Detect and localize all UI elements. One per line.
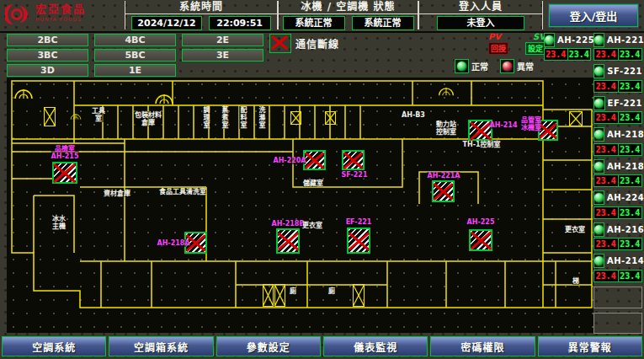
device-SF-221[interactable]: SF-221 bbox=[593, 65, 642, 78]
nav-button-儀表監視[interactable]: 儀表監視 bbox=[323, 336, 428, 356]
device-sv-value: 23.4 bbox=[619, 175, 642, 186]
device-name: AH-216 bbox=[607, 225, 644, 234]
room-label: 洗滌室 bbox=[258, 106, 264, 129]
abnormal-led-icon bbox=[500, 59, 514, 73]
ahu-status-icon[interactable] bbox=[347, 228, 370, 254]
room-label: AH-B3 bbox=[402, 111, 425, 119]
device-AH-216[interactable]: AH-216 bbox=[593, 222, 642, 236]
brand-subname: HUNYA FOODS bbox=[35, 14, 86, 24]
equipment-label: 品管室冰機室 bbox=[521, 116, 541, 131]
brand-name: 宏亞食品 bbox=[35, 4, 86, 14]
device-name: AH-221A bbox=[607, 35, 644, 45]
ahu-status-icon[interactable] bbox=[303, 150, 326, 170]
ahu-status-icon[interactable] bbox=[469, 229, 492, 251]
device-name: AH-224 bbox=[607, 193, 644, 202]
login-status-value: 未登入 bbox=[437, 16, 524, 30]
normal-label: 正常 bbox=[471, 60, 488, 72]
device-AH-225[interactable]: AH-225 bbox=[544, 33, 591, 46]
room-label: 配料室 bbox=[239, 106, 246, 129]
device-sv-value: 23.4 bbox=[619, 112, 642, 123]
ahu-status-icon[interactable] bbox=[432, 180, 455, 202]
room-label: 資材倉庫 bbox=[104, 190, 130, 197]
equipment-label: AH-218A bbox=[157, 239, 189, 247]
led-glyph bbox=[594, 67, 604, 76]
room-label: 食品工具清洗室 bbox=[159, 188, 206, 196]
led-glyph bbox=[594, 256, 604, 265]
device-status-led-icon bbox=[593, 96, 605, 110]
equipment-label: AH-225 bbox=[467, 218, 495, 226]
scada-app: 宏亞食品 HUNYA FOODS 系統時間 2024/12/12 22:09:5… bbox=[0, 0, 644, 359]
stair-x-icon bbox=[263, 284, 274, 307]
stair-x-icon bbox=[274, 284, 285, 307]
login-logout-button[interactable]: 登入/登出 bbox=[549, 4, 638, 27]
status-legend: 正常 異常 bbox=[455, 59, 534, 73]
zone-button-3E[interactable]: 3E bbox=[182, 49, 263, 62]
equipment-label: AH-220A bbox=[273, 157, 306, 164]
led-glyph bbox=[545, 35, 554, 45]
stairs-icon bbox=[437, 83, 455, 96]
led-glyph bbox=[594, 35, 604, 45]
device-AH-221A[interactable]: AH-221A bbox=[593, 33, 642, 46]
device-sv-value: 23.4 bbox=[619, 271, 642, 281]
sv-sub-label: 設定 bbox=[525, 42, 546, 55]
device-sv-value: 23.4 bbox=[619, 81, 642, 92]
room-label: 工具室 bbox=[92, 107, 105, 122]
equipment-label: AH-214 bbox=[490, 121, 518, 129]
zone-button-1E[interactable]: 1E bbox=[94, 64, 176, 77]
spare-slot bbox=[593, 313, 642, 334]
nav-button-參數設定[interactable]: 參數設定 bbox=[216, 336, 321, 356]
equipment-label: AH-218B bbox=[271, 220, 304, 228]
device-AH-224[interactable]: AH-224 bbox=[593, 191, 642, 205]
device-pv-value: 23.4 bbox=[594, 144, 619, 155]
device-values: 23.423.4 bbox=[593, 80, 642, 93]
device-AH-214[interactable]: AH-214 bbox=[593, 255, 642, 268]
device-pv-value: 23.4 bbox=[545, 49, 568, 60]
nav-button-異常警報[interactable]: 異常警報 bbox=[538, 336, 642, 356]
zone-button-2E[interactable]: 2E bbox=[182, 34, 263, 46]
zone-button-5BC[interactable]: 5BC bbox=[94, 49, 176, 62]
nav-button-空調箱系統[interactable]: 空調箱系統 bbox=[109, 336, 213, 356]
device-status-led-icon bbox=[593, 222, 604, 237]
nav-button-密碼權限[interactable]: 密碼權限 bbox=[430, 336, 535, 356]
device-values: 23.423.4 bbox=[593, 143, 642, 156]
stair-x-icon bbox=[44, 107, 56, 126]
stair-x-icon bbox=[290, 111, 301, 125]
ahu-status-icon[interactable] bbox=[342, 150, 365, 170]
device-status-led-icon bbox=[593, 190, 604, 205]
led-glyph bbox=[594, 225, 604, 234]
device-AH-218A[interactable]: AH-218A bbox=[593, 128, 642, 142]
device-sv-value: 23.4 bbox=[568, 49, 591, 60]
room-label: 梯 bbox=[572, 277, 579, 285]
device-pv-value: 23.4 bbox=[594, 112, 619, 123]
room-label: 廁 bbox=[328, 287, 335, 295]
device-EF-221[interactable]: EF-221 bbox=[593, 96, 642, 110]
device-name: AH-225 bbox=[557, 35, 594, 45]
machine-status-section: 冰機 / 空調機 狀態 系統正常 系統正常 bbox=[278, 1, 418, 29]
ahu-status-icon[interactable] bbox=[52, 162, 77, 184]
device-name: SF-221 bbox=[607, 67, 642, 76]
device-values: 23.423.4 bbox=[593, 238, 642, 250]
device-status-led-icon bbox=[544, 33, 555, 47]
normal-led-icon bbox=[455, 59, 469, 73]
nav-button-空調系統[interactable]: 空調系統 bbox=[2, 336, 106, 356]
ac-status-value: 系統正常 bbox=[352, 16, 414, 30]
logo: 宏亞食品 HUNYA FOODS bbox=[5, 3, 86, 26]
device-values: 23.423.4 bbox=[593, 111, 642, 124]
stairs-icon bbox=[13, 84, 34, 99]
zone-button-4BC[interactable]: 4BC bbox=[94, 34, 176, 46]
machine-status-label: 冰機 / 空調機 狀態 bbox=[279, 1, 418, 14]
device-AH-218B[interactable]: AH-218B bbox=[593, 159, 642, 173]
zone-button-3BC[interactable]: 3BC bbox=[7, 49, 88, 62]
device-status-led-icon bbox=[593, 254, 604, 268]
floor-plan: 品檢室AH-215AH-220ASF-221AH-214品管室冰機室AH-221… bbox=[7, 78, 593, 333]
room-label: 廁 bbox=[290, 287, 296, 295]
zone-button-3D[interactable]: 3D bbox=[7, 64, 88, 77]
ahu-status-icon[interactable] bbox=[276, 228, 300, 254]
spare-slot bbox=[593, 287, 642, 308]
equipment-label: AH-221A bbox=[427, 172, 460, 180]
legend: 通信斷線 PV SV 回授 設定 正常 異常 bbox=[268, 32, 546, 74]
device-status-led-icon bbox=[593, 33, 604, 47]
equipment-label: 品檢室AH-215 bbox=[51, 145, 79, 160]
system-date-value: 2024/12/12 bbox=[131, 16, 201, 30]
zone-button-2BC[interactable]: 2BC bbox=[7, 34, 88, 46]
